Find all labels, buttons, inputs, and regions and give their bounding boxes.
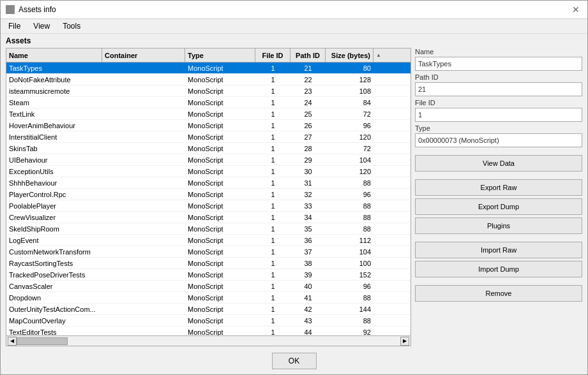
- cell-pathid: 38: [290, 258, 326, 268]
- col-header-name[interactable]: Name: [6, 48, 102, 62]
- type-field-group: Type: [415, 124, 582, 147]
- type-input[interactable]: [415, 133, 582, 147]
- table-row[interactable]: SkinsTabMonoScript12872: [6, 143, 411, 154]
- scroll-right-button[interactable]: ▶: [400, 337, 409, 346]
- cell-fileid: 1: [255, 85, 290, 96]
- menu-view[interactable]: View: [28, 20, 55, 32]
- spacer-4: [415, 280, 582, 283]
- table-row[interactable]: SteamMonoScript12484: [6, 97, 411, 108]
- title-bar: Assets info ✕: [1, 1, 587, 19]
- close-button[interactable]: ✕: [569, 4, 582, 15]
- cell-pathid: 42: [290, 304, 326, 314]
- table-row[interactable]: ExceptionUtilsMonoScript130120: [6, 166, 411, 177]
- name-input[interactable]: [415, 57, 582, 71]
- file-id-label: File ID: [415, 99, 582, 107]
- path-id-input[interactable]: [415, 82, 582, 96]
- import-raw-button[interactable]: Import Raw: [415, 242, 582, 258]
- name-field-group: Name: [415, 48, 582, 71]
- scroll-left-button[interactable]: ◀: [8, 337, 17, 346]
- table-row[interactable]: TextEditorTestsMonoScript14492: [6, 327, 411, 335]
- cell-size: 144: [326, 304, 373, 314]
- scroll-thumb[interactable]: [17, 337, 68, 345]
- table-row[interactable]: ShhhBehaviourMonoScript13188: [6, 177, 411, 189]
- remove-button[interactable]: Remove: [415, 285, 582, 302]
- path-id-field-group: Path ID: [415, 73, 582, 96]
- cell-name: RaycastSortingTests: [6, 258, 102, 268]
- cell-pathid: 21: [290, 62, 326, 73]
- spacer-2: [415, 174, 582, 177]
- table-row[interactable]: CustomNetworkTransformMonoScript137104: [6, 246, 411, 258]
- cell-type: MonoScript: [185, 269, 255, 280]
- cell-container: [102, 281, 185, 291]
- table-row[interactable]: SkeldShipRoomMonoScript13588: [6, 223, 411, 235]
- table-row[interactable]: RaycastSortingTestsMonoScript138100: [6, 258, 411, 269]
- cell-pathid: 41: [290, 292, 326, 303]
- export-raw-button[interactable]: Export Raw: [415, 179, 582, 196]
- ok-button[interactable]: OK: [272, 353, 317, 369]
- table-row[interactable]: MapCountOverlayMonoScript14388: [6, 315, 411, 327]
- cell-size: 120: [326, 166, 373, 177]
- table-row[interactable]: isteammusicremoteMonoScript123108: [6, 85, 411, 97]
- import-dump-button[interactable]: Import Dump: [415, 261, 582, 277]
- table-row[interactable]: PoolablePlayerMonoScript13388: [6, 200, 411, 212]
- cell-pathid: 27: [290, 131, 326, 142]
- cell-fileid: 1: [255, 74, 290, 85]
- cell-type: MonoScript: [185, 62, 255, 73]
- table-row[interactable]: TrackedPoseDriverTestsMonoScript139152: [6, 269, 411, 281]
- col-header-pathid[interactable]: Path ID: [290, 48, 326, 62]
- cell-fileid: 1: [255, 166, 290, 177]
- cell-fileid: 1: [255, 200, 290, 211]
- col-header-fileid[interactable]: File ID: [255, 48, 290, 62]
- cell-name: PlayerControl.Rpc: [6, 189, 102, 200]
- cell-type: MonoScript: [185, 200, 255, 211]
- right-panel: Name Path ID File ID Type View Data Expo…: [415, 48, 582, 346]
- export-dump-button[interactable]: Export Dump: [415, 198, 582, 215]
- cell-type: MonoScript: [185, 85, 255, 96]
- cell-type: MonoScript: [185, 315, 255, 326]
- table-row[interactable]: CanvasScalerMonoScript14096: [6, 281, 411, 292]
- horizontal-scrollbar[interactable]: ◀ ▶: [6, 335, 411, 346]
- table-row[interactable]: DropdownMonoScript14188: [6, 292, 411, 304]
- table-row[interactable]: OuterUnityTestActionCom...MonoScript1421…: [6, 304, 411, 315]
- name-label: Name: [415, 48, 582, 55]
- table-row[interactable]: InterstitialClientMonoScript127120: [6, 131, 411, 143]
- col-header-type[interactable]: Type: [185, 48, 255, 62]
- table-row[interactable]: DoNotFakeAttributeMonoScript122128: [6, 74, 411, 85]
- cell-size: 112: [326, 235, 373, 246]
- col-header-size[interactable]: Size (bytes): [326, 48, 373, 62]
- cell-size: 104: [326, 246, 373, 257]
- view-data-button[interactable]: View Data: [415, 155, 582, 172]
- menu-file[interactable]: File: [3, 20, 26, 32]
- cell-size: 92: [326, 327, 373, 335]
- table-row[interactable]: TaskTypesMonoScript12180: [6, 62, 411, 74]
- cell-container: [102, 327, 185, 335]
- cell-type: MonoScript: [185, 223, 255, 234]
- table-row[interactable]: CrewVisualizerMonoScript13488: [6, 212, 411, 223]
- col-header-container[interactable]: Container: [102, 48, 185, 62]
- cell-size: 88: [326, 292, 373, 303]
- cell-container: [102, 108, 185, 119]
- cell-pathid: 22: [290, 74, 326, 85]
- cell-pathid: 35: [290, 223, 326, 234]
- cell-container: [102, 143, 185, 154]
- cell-size: 96: [326, 281, 373, 291]
- table-row[interactable]: HoverAnimBehaviourMonoScript12696: [6, 120, 411, 131]
- cell-name: LogEvent: [6, 235, 102, 246]
- cell-type: MonoScript: [185, 177, 255, 188]
- file-id-input[interactable]: [415, 108, 582, 122]
- table-row[interactable]: UIBehaviourMonoScript129104: [6, 154, 411, 166]
- cell-size: 128: [326, 74, 373, 85]
- cell-pathid: 44: [290, 327, 326, 335]
- menu-tools[interactable]: Tools: [57, 20, 86, 32]
- plugins-button[interactable]: Plugins: [415, 217, 582, 234]
- cell-name: TaskTypes: [6, 62, 102, 73]
- table-row[interactable]: TextLinkMonoScript12572: [6, 108, 411, 120]
- cell-pathid: 31: [290, 177, 326, 188]
- assets-table: Name Container Type File ID Path ID Size…: [6, 48, 411, 346]
- table-row[interactable]: LogEventMonoScript136112: [6, 235, 411, 246]
- cell-name: SkeldShipRoom: [6, 223, 102, 234]
- table-row[interactable]: PlayerControl.RpcMonoScript13296: [6, 189, 411, 200]
- table-body[interactable]: TaskTypesMonoScript12180DoNotFakeAttribu…: [6, 62, 411, 335]
- cell-fileid: 1: [255, 223, 290, 234]
- cell-container: [102, 304, 185, 314]
